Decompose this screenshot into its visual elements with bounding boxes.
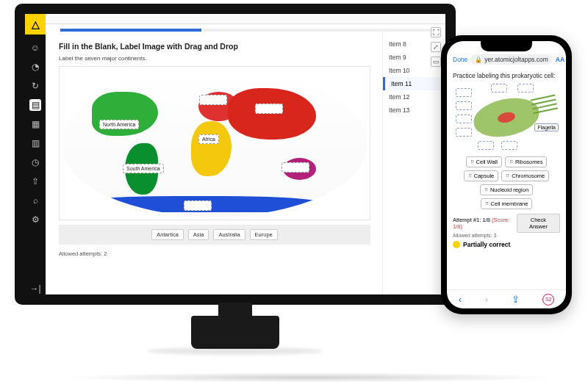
item-row[interactable]: Item 13 bbox=[383, 104, 445, 117]
app-toolbar bbox=[46, 14, 445, 24]
cell-dropzone[interactable] bbox=[456, 88, 472, 97]
nav-forward-icon[interactable]: › bbox=[485, 294, 488, 305]
nav-s2-badge[interactable]: S2 bbox=[542, 294, 554, 305]
rail-time-icon[interactable]: ◷ bbox=[29, 156, 41, 168]
continent-africa bbox=[191, 121, 232, 176]
monitor-stand bbox=[191, 316, 279, 349]
lock-icon: 🔒 bbox=[475, 57, 482, 63]
cell-prompt: Practice labeling this prokaryotic cell: bbox=[453, 72, 560, 79]
dropzone-south-america[interactable]: South America bbox=[123, 164, 164, 173]
nav-back-icon[interactable]: ‹ bbox=[459, 294, 462, 305]
cell-dropzone[interactable] bbox=[517, 84, 534, 93]
dropzone-europe[interactable] bbox=[199, 95, 227, 105]
rail-search-icon[interactable]: ⌕ bbox=[29, 195, 41, 206]
monitor-bezel: △ ☺ ◔ ↻ ▤ ▦ ▥ ◷ ⇧ ⌕ ⚙ →| Fill in the B bbox=[15, 4, 456, 305]
question-area: Fill in the Blank, Label Image with Drag… bbox=[46, 32, 382, 294]
address-field[interactable]: 🔒 yer.atomicjoltapps.com bbox=[470, 54, 552, 65]
layout-icon[interactable]: ▭ bbox=[431, 57, 441, 67]
allowed-attempts: Allowed attempts: 2 bbox=[59, 250, 370, 257]
phone-answer-chip[interactable]: Nucleoid region bbox=[480, 184, 533, 195]
done-button[interactable]: Done bbox=[453, 56, 467, 63]
answer-chip[interactable]: Europe bbox=[250, 229, 278, 240]
prokaryotic-cell bbox=[470, 93, 542, 142]
phone-screen: Done 🔒 yer.atomicjoltapps.com AA ↻ Pract… bbox=[447, 41, 566, 308]
rail-doc-icon[interactable]: ▤ bbox=[29, 99, 41, 111]
fit-view-icon[interactable]: ⛶ bbox=[431, 27, 441, 37]
continent-north-america bbox=[92, 92, 158, 136]
cell-diagram: Flagella bbox=[453, 82, 560, 152]
rail-upload-icon[interactable]: ⇧ bbox=[29, 176, 41, 187]
browser-url-bar: Done 🔒 yer.atomicjoltapps.com AA ↻ bbox=[447, 54, 566, 68]
rail-user-icon[interactable]: ☺ bbox=[29, 42, 41, 54]
rail-collapse-icon[interactable]: →| bbox=[29, 283, 41, 294]
cell-dropzone[interactable] bbox=[456, 128, 472, 137]
partial-correct-icon bbox=[453, 241, 460, 248]
phone-answer-chip[interactable]: Capsule bbox=[464, 170, 499, 181]
phone-answer-chip[interactable]: Chromosome bbox=[501, 170, 549, 181]
phone-allowed-attempts: Allowed attempts: 3 bbox=[453, 233, 560, 238]
answer-chip[interactable]: Asia bbox=[188, 229, 209, 240]
phone-device: Done 🔒 yer.atomicjoltapps.com AA ↻ Pract… bbox=[441, 35, 572, 314]
map-container: North America South America Africa bbox=[59, 66, 370, 220]
phone-chip-tray: Cell Wall Ribosomes Capsule Chromosome N… bbox=[453, 156, 560, 209]
placed-label-flagella[interactable]: Flagella bbox=[534, 123, 559, 131]
ground-shadow bbox=[59, 372, 559, 383]
question-subtitle: Label the seven major continents. bbox=[59, 55, 370, 62]
phone-notch bbox=[481, 41, 532, 51]
progress-bar bbox=[60, 29, 431, 32]
phone-answer-chip[interactable]: Cell membrane bbox=[481, 198, 533, 209]
dropzone-africa[interactable]: Africa bbox=[198, 134, 219, 144]
rail-clock-icon[interactable]: ◔ bbox=[29, 61, 41, 73]
item-list-panel: Item 8 Item 9 Item 10 Item 11 Item 12 It… bbox=[382, 32, 445, 294]
desktop-monitor: △ ☺ ◔ ↻ ▤ ▦ ▥ ◷ ⇧ ⌕ ⚙ →| Fill in the B bbox=[15, 4, 456, 349]
phone-content: Practice labeling this prokaryotic cell:… bbox=[447, 68, 566, 289]
dropzone-antarctica[interactable] bbox=[184, 200, 212, 211]
item-row-active[interactable]: Item 11 bbox=[383, 77, 445, 90]
rail-grid-icon[interactable]: ▦ bbox=[29, 118, 41, 130]
app-screen: △ ☺ ◔ ↻ ▤ ▦ ▥ ◷ ⇧ ⌕ ⚙ →| Fill in the B bbox=[25, 14, 445, 294]
rail-settings-icon[interactable]: ⚙ bbox=[29, 214, 41, 225]
cell-dropzone[interactable] bbox=[501, 141, 517, 150]
attempts-label: Allowed attempts: bbox=[59, 250, 102, 257]
attempt-row: Attempt #1: 1/8 (Score: 1/8) Check Answe… bbox=[453, 214, 560, 233]
rail-refresh-icon[interactable]: ↻ bbox=[29, 80, 41, 92]
attempt-text: Attempt #1: 1/8 (Score: 1/8) bbox=[453, 217, 517, 230]
result-text: Partially correct bbox=[463, 241, 510, 248]
panel-action-icons: ⛶ ⤢ ▭ bbox=[431, 27, 441, 67]
dropzone-asia[interactable] bbox=[255, 104, 283, 114]
cell-dropzone[interactable] bbox=[491, 84, 507, 93]
phone-answer-chip[interactable]: Cell Wall bbox=[466, 156, 502, 167]
fullscreen-icon[interactable]: ⤢ bbox=[431, 42, 441, 52]
continent-asia bbox=[228, 88, 316, 140]
item-row[interactable]: Item 12 bbox=[383, 90, 445, 104]
world-map: North America South America Africa bbox=[62, 70, 367, 217]
check-answer-button[interactable]: Check Answer bbox=[517, 214, 560, 233]
dropzone-north-america[interactable]: North America bbox=[99, 120, 139, 129]
question-title: Fill in the Blank, Label Image with Drag… bbox=[59, 42, 370, 51]
answer-chip[interactable]: Antartica bbox=[151, 229, 184, 240]
url-host: yer.atomicjoltapps.com bbox=[484, 56, 548, 63]
left-nav-rail: △ ☺ ◔ ↻ ▤ ▦ ▥ ◷ ⇧ ⌕ ⚙ →| bbox=[25, 14, 46, 294]
attempts-value: 2 bbox=[104, 250, 107, 257]
answer-chip[interactable]: Australia bbox=[213, 229, 245, 240]
dropzone-australia[interactable] bbox=[282, 162, 309, 173]
result-row: Partially correct bbox=[453, 241, 560, 248]
cell-dropzone[interactable] bbox=[456, 101, 472, 110]
answer-chip-tray: Antartica Asia Australia Europe bbox=[59, 225, 370, 245]
cell-dropzone[interactable] bbox=[456, 115, 472, 123]
app-logo-icon[interactable]: △ bbox=[25, 14, 46, 35]
phone-answer-chip[interactable]: Ribosomes bbox=[505, 156, 548, 167]
assessment-app: Fill in the Blank, Label Image with Drag… bbox=[46, 14, 445, 294]
nav-share-icon[interactable]: ⇪ bbox=[512, 294, 520, 305]
rail-clipboard-icon[interactable]: ▥ bbox=[29, 137, 41, 149]
safari-bottom-nav: ‹ › ⇪ S2 bbox=[447, 289, 566, 308]
cell-dropzone[interactable] bbox=[478, 141, 494, 150]
text-size-button[interactable]: AA bbox=[556, 56, 564, 63]
